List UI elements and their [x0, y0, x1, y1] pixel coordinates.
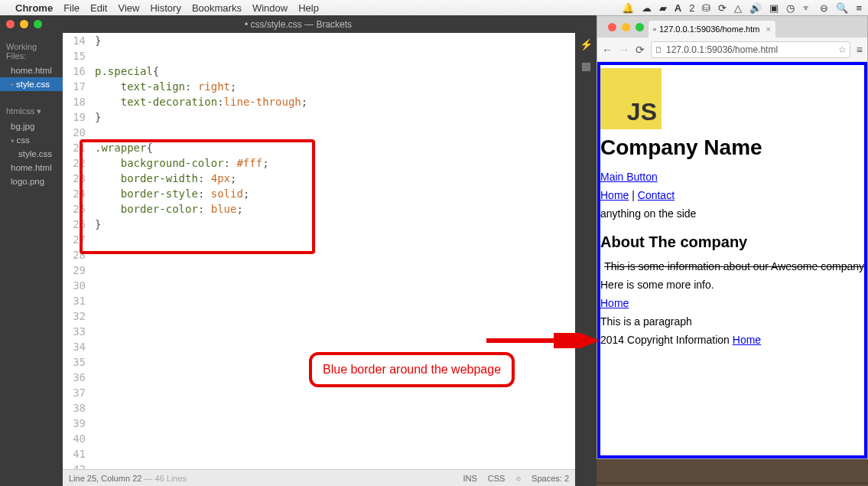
zoom-icon[interactable]: [34, 20, 42, 28]
live-preview-icon[interactable]: ⚡: [579, 38, 593, 51]
reload-icon[interactable]: ⟳: [636, 44, 645, 56]
chrome-window: ▫ 127.0.0.1:59036/home.htm × ← → ⟳ 🗋 127…: [597, 15, 868, 459]
tab-close-icon[interactable]: ×: [766, 24, 770, 34]
menu-bookmarks[interactable]: Bookmarks: [192, 2, 242, 14]
status-ins[interactable]: INS: [463, 474, 476, 483]
adobe-icon[interactable]: A: [675, 2, 681, 14]
brackets-right-toolbar: ⚡ ▦: [575, 33, 597, 486]
sync-icon[interactable]: ⟳: [718, 2, 727, 14]
footer-home-link[interactable]: Home: [733, 334, 761, 346]
menubar-tray: 🔔 ☁ ▰ A 2 ⛁ ⟳ △ 🔊 ▣ ◷ ᯤ ⊖ 🔍 ≡: [622, 2, 862, 14]
back-icon[interactable]: ←: [602, 44, 613, 56]
footer-text: 2014 Copyright Information Home: [600, 334, 864, 346]
file-logo-png[interactable]: logo.png: [0, 175, 63, 188]
working-file-home[interactable]: home.html: [0, 64, 63, 77]
nav-home[interactable]: Home: [600, 189, 629, 201]
battery-icon[interactable]: ⊖: [820, 2, 828, 14]
app-name[interactable]: Chrome: [15, 2, 53, 14]
forward-icon[interactable]: →: [619, 44, 629, 56]
code-editor[interactable]: 1415161718192021222324252627282930313233…: [63, 33, 575, 486]
tab-favicon-icon: ▫: [653, 24, 656, 34]
brackets-titlebar: • css/style.css — Brackets: [0, 15, 597, 33]
paragraph-text: This is a paragraph: [600, 315, 864, 328]
clock-icon[interactable]: ◷: [786, 2, 795, 14]
main-button-link[interactable]: Main Button: [600, 171, 658, 183]
address-bar[interactable]: 🗋 127.0.0.1:59036/home.html ☆: [651, 41, 850, 58]
working-files-header: Working Files:: [0, 38, 63, 64]
about-heading: About The company: [600, 233, 864, 251]
file-home-html[interactable]: home.html: [0, 161, 63, 175]
status-spaces[interactable]: Spaces: 2: [532, 474, 569, 483]
aside-text: anything on the side: [600, 207, 864, 220]
menu-file[interactable]: File: [63, 2, 80, 14]
minimize-icon[interactable]: [20, 20, 28, 28]
file-style-css[interactable]: style.css: [0, 147, 63, 161]
tab-title: 127.0.0.1:59036/home.htm: [659, 24, 759, 34]
menu-view[interactable]: View: [118, 2, 139, 14]
special-paragraph: This is some information about our Aweso…: [600, 260, 864, 272]
chrome-menu-icon[interactable]: ≡: [857, 44, 863, 56]
more-info-text: Here is some more info.: [600, 279, 864, 291]
status-lang[interactable]: CSS: [488, 474, 506, 483]
brackets-window: • css/style.css — Brackets Working Files…: [0, 15, 597, 486]
url-text: 127.0.0.1:59036/home.html: [666, 44, 778, 55]
menu-history[interactable]: History: [150, 2, 180, 14]
rendered-page: JS Company Name Main Button Home | Conta…: [597, 62, 867, 458]
shield-icon[interactable]: ▣: [769, 2, 779, 14]
menu-window[interactable]: Window: [252, 2, 288, 14]
close-icon[interactable]: [6, 20, 15, 28]
project-header[interactable]: htmlcss ▾: [0, 102, 63, 119]
macos-menubar: Chrome File Edit View History Bookmarks …: [0, 0, 868, 15]
menu-edit[interactable]: Edit: [90, 2, 107, 14]
nav-links: Home | Contact: [600, 189, 864, 201]
working-file-style[interactable]: style.css: [0, 77, 63, 91]
folder-css[interactable]: css: [0, 133, 63, 147]
page-heading: Company Name: [600, 135, 864, 160]
nav-separator: |: [629, 189, 637, 201]
minimize-icon[interactable]: [622, 23, 630, 31]
drive-icon[interactable]: △: [734, 2, 742, 14]
hamburger-icon[interactable]: ≡: [856, 2, 862, 14]
bookmark-star-icon[interactable]: ☆: [838, 44, 847, 55]
dropbox-icon[interactable]: ⛁: [702, 2, 710, 14]
bell-icon[interactable]: 🔔: [622, 2, 634, 14]
chat-icon[interactable]: ▰: [659, 2, 667, 14]
nav-contact[interactable]: Contact: [638, 189, 675, 201]
cloud-icon[interactable]: ☁: [642, 2, 652, 14]
home-link[interactable]: Home: [600, 297, 629, 309]
volume-icon[interactable]: 🔊: [749, 2, 762, 14]
wifi-icon[interactable]: ᯤ: [802, 2, 812, 14]
close-icon[interactable]: [608, 23, 616, 31]
file-bg-jpg[interactable]: bg.jpg: [0, 119, 63, 133]
page-wrapper: JS Company Name Main Button Home | Conta…: [597, 62, 867, 458]
spotlight-icon[interactable]: 🔍: [836, 2, 848, 14]
chrome-tabstrip: ▫ 127.0.0.1:59036/home.htm ×: [597, 16, 867, 38]
brackets-sidebar: Working Files: home.html style.css htmlc…: [0, 33, 63, 486]
badge-2-icon[interactable]: 2: [689, 2, 694, 14]
traffic-lights[interactable]: [6, 20, 42, 28]
code-lines[interactable]: } p.special{ text-align: right; text-dec…: [90, 33, 575, 469]
cursor-position: Line 25, Column 22 — 46 Lines: [69, 474, 187, 483]
statusbar: Line 25, Column 22 — 46 Lines INS CSS ○ …: [63, 469, 575, 486]
status-circle-icon[interactable]: ○: [515, 474, 521, 483]
line-gutter: 1415161718192021222324252627282930313233…: [63, 33, 90, 469]
js-logo: JS: [600, 68, 662, 129]
menu-help[interactable]: Help: [298, 2, 319, 14]
browser-tab[interactable]: ▫ 127.0.0.1:59036/home.htm ×: [649, 21, 775, 38]
chrome-traffic-lights[interactable]: [608, 23, 644, 31]
window-title: • css/style.css — Brackets: [245, 19, 352, 30]
chrome-toolbar: ← → ⟳ 🗋 127.0.0.1:59036/home.html ☆ ≡: [597, 38, 867, 62]
page-info-icon[interactable]: 🗋: [655, 45, 663, 54]
zoom-icon[interactable]: [636, 23, 644, 31]
extensions-icon[interactable]: ▦: [579, 59, 593, 73]
